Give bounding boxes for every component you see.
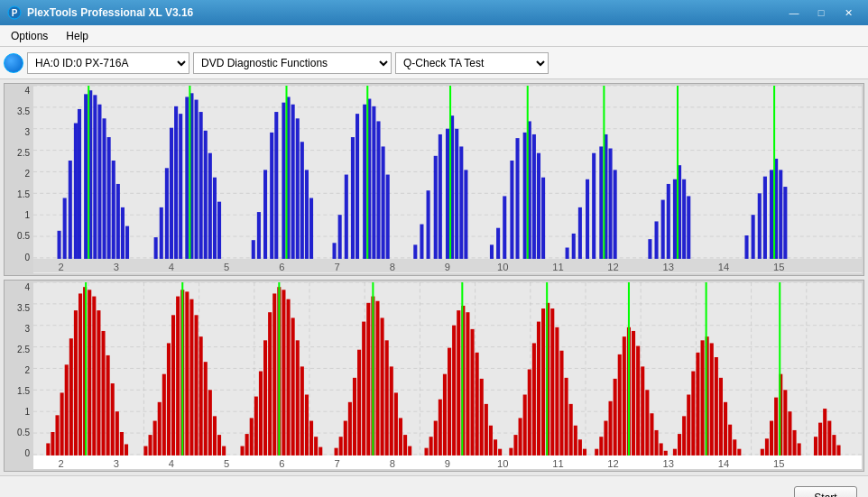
top-y-axis: 4 3.5 3 2.5 2 1.5 1 0.5 0: [5, 84, 32, 275]
svg-rect-303: [650, 413, 653, 456]
svg-rect-250: [394, 392, 398, 456]
svg-rect-183: [60, 392, 64, 456]
menu-options[interactable]: Options: [4, 28, 55, 44]
svg-rect-42: [112, 161, 115, 259]
svg-rect-212: [204, 362, 208, 456]
svg-rect-210: [195, 315, 199, 456]
svg-rect-228: [287, 299, 291, 455]
svg-rect-240: [348, 401, 352, 455]
svg-rect-277: [528, 369, 531, 455]
bottom-chart-container: 4 3.5 3 2.5 2 1.5 1 0.5 0: [4, 280, 864, 473]
svg-rect-209: [189, 299, 193, 455]
svg-rect-105: [532, 134, 536, 259]
svg-rect-211: [199, 336, 203, 456]
svg-rect-292: [599, 437, 603, 456]
svg-rect-227: [282, 290, 285, 456]
svg-rect-297: [623, 336, 626, 456]
svg-rect-299: [632, 330, 635, 455]
main-content: 4 3.5 3 2.5 2 1.5 1 0.5 0: [0, 79, 868, 475]
minimize-button[interactable]: —: [781, 4, 807, 22]
test-dropdown[interactable]: Q-Check TA Test: [395, 52, 549, 74]
svg-text:4: 4: [169, 458, 174, 469]
svg-text:9: 9: [445, 262, 450, 272]
svg-rect-296: [618, 354, 622, 455]
svg-rect-318: [719, 377, 723, 455]
svg-rect-267: [480, 378, 484, 455]
maximize-button[interactable]: □: [808, 4, 834, 22]
svg-rect-269: [489, 425, 493, 455]
svg-rect-289: [583, 448, 586, 455]
svg-rect-219: [245, 434, 249, 456]
svg-rect-50: [58, 231, 61, 259]
svg-rect-244: [366, 302, 370, 455]
svg-rect-332: [798, 443, 801, 455]
menu-help[interactable]: Help: [59, 28, 96, 44]
svg-rect-69: [291, 105, 295, 259]
svg-rect-287: [574, 425, 577, 455]
svg-rect-278: [532, 343, 536, 456]
svg-rect-124: [673, 179, 677, 259]
svg-rect-121: [572, 234, 576, 259]
svg-rect-319: [724, 401, 727, 455]
svg-rect-118: [586, 179, 589, 259]
svg-rect-242: [357, 349, 361, 455]
drive-dropdown[interactable]: HA:0 ID:0 PX-716A: [27, 52, 189, 74]
svg-rect-322: [737, 448, 741, 455]
svg-rect-99: [427, 190, 430, 259]
svg-rect-131: [648, 239, 651, 259]
svg-rect-117: [614, 170, 617, 259]
svg-rect-63: [165, 168, 169, 259]
svg-rect-45: [125, 226, 129, 259]
svg-rect-259: [443, 373, 447, 455]
svg-rect-314: [701, 340, 705, 456]
svg-rect-234: [314, 437, 318, 456]
button-section: Start ℹ: [794, 486, 857, 498]
title-bar-controls: — □ ✕: [781, 4, 861, 22]
svg-rect-300: [636, 345, 640, 455]
drive-icon: [4, 53, 23, 73]
svg-rect-67: [282, 103, 285, 259]
svg-rect-119: [592, 153, 596, 259]
function-dropdown[interactable]: DVD Diagnostic Functions: [193, 52, 392, 74]
svg-text:7: 7: [334, 262, 339, 272]
svg-rect-232: [305, 394, 309, 455]
svg-rect-122: [566, 247, 569, 258]
svg-rect-338: [832, 435, 836, 456]
svg-rect-140: [744, 235, 748, 259]
svg-rect-233: [309, 420, 313, 455]
svg-rect-284: [559, 350, 563, 455]
svg-rect-264: [466, 312, 469, 456]
svg-rect-94: [455, 129, 458, 259]
svg-rect-181: [51, 432, 54, 456]
top-chart-svg: 2 3 4 5 6 7 8 9 10 11 12 13 14 15: [33, 86, 862, 273]
svg-rect-65: [154, 237, 158, 259]
svg-text:5: 5: [224, 262, 229, 272]
svg-rect-38: [93, 95, 97, 259]
svg-rect-57: [208, 153, 212, 259]
start-button[interactable]: Start: [794, 486, 857, 498]
svg-rect-73: [309, 198, 313, 259]
svg-rect-199: [143, 446, 147, 455]
svg-rect-321: [733, 439, 736, 456]
app-icon: P: [7, 5, 22, 20]
svg-rect-107: [541, 178, 545, 259]
svg-rect-86: [351, 137, 355, 259]
svg-rect-193: [106, 354, 110, 455]
svg-rect-261: [452, 325, 456, 455]
close-button[interactable]: ✕: [836, 4, 861, 22]
svg-rect-126: [682, 179, 686, 259]
window-title: PlexTools Professional XL V3.16: [27, 6, 193, 19]
svg-rect-60: [170, 128, 173, 259]
top-chart-container: 4 3.5 3 2.5 2 1.5 1 0.5 0: [4, 83, 864, 276]
svg-rect-101: [413, 244, 417, 259]
svg-rect-111: [496, 228, 500, 259]
svg-rect-77: [257, 212, 261, 259]
svg-rect-205: [171, 315, 175, 456]
svg-rect-184: [65, 364, 69, 456]
svg-text:9: 9: [445, 458, 450, 469]
svg-rect-257: [434, 420, 438, 455]
svg-text:6: 6: [279, 458, 284, 469]
svg-rect-316: [710, 343, 714, 456]
svg-rect-330: [788, 411, 791, 456]
svg-rect-248: [385, 340, 389, 456]
